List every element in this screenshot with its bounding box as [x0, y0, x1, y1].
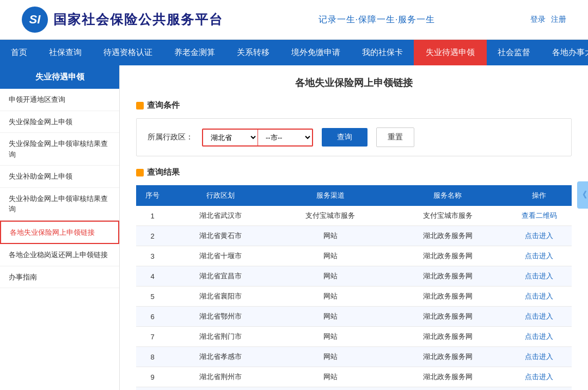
- cell-name: 湖北政务服务网: [389, 347, 506, 367]
- province-select[interactable]: 湖北省: [203, 130, 258, 145]
- sidebar-item-0[interactable]: 申领开通地区查询: [0, 89, 119, 111]
- login-link[interactable]: 登录: [530, 15, 546, 25]
- cell-channel: 网站: [272, 327, 389, 347]
- cell-action[interactable]: 点击进入: [506, 347, 572, 367]
- sidebar-title: 失业待遇申领: [0, 65, 119, 89]
- cell-region: 湖北省十堰市: [169, 246, 272, 266]
- nav-my-card[interactable]: 我的社保卡: [351, 41, 414, 64]
- nav-qualification[interactable]: 待遇资格认证: [93, 41, 163, 64]
- cell-region: 湖北省宜昌市: [169, 266, 272, 287]
- sidebar-item-5[interactable]: 各地失业保险网上申领链接: [0, 221, 119, 245]
- results-table: 序号 行政区划 服务渠道 服务名称 操作 1 湖北省武汉市 支付宝城市服务 支付…: [136, 185, 572, 390]
- results-section-header: 查询结果: [136, 167, 572, 178]
- action-link[interactable]: 点击进入: [525, 292, 553, 300]
- action-link[interactable]: 点击进入: [525, 352, 553, 361]
- nav-overseas[interactable]: 境外免缴申请: [280, 41, 351, 64]
- nav-home[interactable]: 首页: [0, 41, 38, 64]
- cell-id: 6: [136, 307, 169, 327]
- slogan: 记录一生·保障一生·服务一生: [318, 14, 436, 26]
- action-link[interactable]: 点击进入: [525, 231, 553, 240]
- cell-channel: 网站: [272, 246, 389, 266]
- query-dot: [136, 102, 144, 109]
- cell-region: 湖北省黄石市: [169, 226, 272, 246]
- cell-name: 湖北政务服务网: [389, 387, 506, 391]
- cell-channel: 网站: [272, 287, 389, 307]
- cell-id: 3: [136, 246, 169, 266]
- cell-action[interactable]: 点击进入: [506, 307, 572, 327]
- cell-region: 湖北省孝感市: [169, 347, 272, 367]
- cell-action[interactable]: 点击进入: [506, 367, 572, 387]
- cell-id: 9: [136, 367, 169, 387]
- col-channel: 服务渠道: [272, 185, 389, 206]
- action-link[interactable]: 点击进入: [525, 252, 553, 260]
- main-content: 各地失业保险网上申领链接 查询条件 所属行政区： 湖北省 --市-- 查询 重置: [120, 65, 588, 390]
- reset-button[interactable]: 重置: [376, 127, 414, 147]
- cell-id: 5: [136, 287, 169, 307]
- cell-name: 湖北政务服务网: [389, 226, 506, 246]
- header: SI 国家社会保险公共服务平台 记录一生·保障一生·服务一生 登录 注册: [0, 0, 588, 40]
- table-row: 7 湖北省荆门市 网站 湖北政务服务网 点击进入: [136, 327, 572, 347]
- nav-local-hall[interactable]: 各地办事大厅: [541, 41, 588, 64]
- cell-name: 湖北政务服务网: [389, 327, 506, 347]
- nav-supervision[interactable]: 社会监督: [487, 41, 541, 64]
- sidebar: 失业待遇申领 申领开通地区查询 失业保险金网上申领 失业保险金网上申领审核结果查…: [0, 65, 120, 390]
- cell-id: 10: [136, 387, 169, 391]
- cell-region: 湖北省黄冈市: [169, 387, 272, 391]
- cell-action[interactable]: 点击进入: [506, 226, 572, 246]
- nav-transfer[interactable]: 关系转移: [226, 41, 280, 64]
- action-link[interactable]: 点击进入: [525, 312, 553, 320]
- register-link[interactable]: 注册: [551, 15, 566, 25]
- query-row: 所属行政区： 湖北省 --市-- 查询 重置: [148, 127, 560, 147]
- nav-pension[interactable]: 养老金测算: [163, 41, 226, 64]
- cell-name: 湖北政务服务网: [389, 287, 506, 307]
- city-select[interactable]: --市--: [258, 130, 312, 145]
- cell-id: 2: [136, 226, 169, 246]
- collapse-btn[interactable]: 《: [577, 181, 588, 209]
- sidebar-item-4[interactable]: 失业补助金网上申领审核结果查询: [0, 188, 119, 221]
- cell-channel: 网站: [272, 266, 389, 287]
- col-id: 序号: [136, 185, 169, 206]
- region-select-group: 湖北省 --市--: [202, 129, 313, 147]
- sidebar-item-7[interactable]: 办事指南: [0, 266, 119, 289]
- table-row: 9 湖北省荆州市 网站 湖北政务服务网 点击进入: [136, 367, 572, 387]
- results-section: 查询结果 序号 行政区划 服务渠道 服务名称 操作 1 湖北省武汉市 支付宝城市…: [136, 167, 572, 390]
- sidebar-item-6[interactable]: 各地企业稳岗返还网上申领链接: [0, 244, 119, 266]
- cell-action[interactable]: 点击进入: [506, 327, 572, 347]
- table-row: 1 湖北省武汉市 支付宝城市服务 支付宝城市服务 查看二维码: [136, 206, 572, 226]
- sidebar-item-2[interactable]: 失业保险金网上申领审核结果查询: [0, 133, 119, 166]
- table-row: 2 湖北省黄石市 网站 湖北政务服务网 点击进入: [136, 226, 572, 246]
- main-layout: 失业待遇申领 申领开通地区查询 失业保险金网上申领 失业保险金网上申领审核结果查…: [0, 65, 588, 390]
- cell-channel: 网站: [272, 307, 389, 327]
- cell-region: 湖北省鄂州市: [169, 307, 272, 327]
- cell-action[interactable]: 查看二维码: [506, 206, 572, 226]
- results-dot: [136, 169, 144, 176]
- cell-action[interactable]: 点击进入: [506, 246, 572, 266]
- sidebar-item-3[interactable]: 失业补助金网上申领: [0, 166, 119, 188]
- nav-unemployment[interactable]: 失业待遇申领: [414, 40, 487, 65]
- cell-id: 7: [136, 327, 169, 347]
- table-row: 6 湖北省鄂州市 网站 湖北政务服务网 点击进入: [136, 307, 572, 327]
- action-link[interactable]: 查看二维码: [522, 211, 557, 220]
- action-link[interactable]: 点击进入: [525, 373, 553, 381]
- cell-name: 湖北政务服务网: [389, 307, 506, 327]
- nav-social-insurance[interactable]: 社保查询: [38, 41, 93, 64]
- logo-icon: SI: [22, 7, 48, 33]
- cell-action[interactable]: 点击进入: [506, 266, 572, 287]
- cell-action[interactable]: 点击进入: [506, 387, 572, 391]
- col-name: 服务名称: [389, 185, 506, 206]
- cell-action[interactable]: 点击进入: [506, 287, 572, 307]
- cell-channel: 网站: [272, 226, 389, 246]
- region-label: 所属行政区：: [148, 132, 193, 142]
- cell-name: 支付宝城市服务: [389, 206, 506, 226]
- table-row: 5 湖北省襄阳市 网站 湖北政务服务网 点击进入: [136, 287, 572, 307]
- col-region: 行政区划: [169, 185, 272, 206]
- table-row: 10 湖北省黄冈市 网站 湖北政务服务网 点击进入: [136, 387, 572, 391]
- query-box: 所属行政区： 湖北省 --市-- 查询 重置: [136, 118, 572, 156]
- cell-region: 湖北省荆门市: [169, 327, 272, 347]
- query-section-label: 查询条件: [147, 100, 180, 111]
- query-button[interactable]: 查询: [322, 128, 367, 147]
- action-link[interactable]: 点击进入: [525, 332, 553, 340]
- sidebar-item-1[interactable]: 失业保险金网上申领: [0, 111, 119, 133]
- cell-region: 湖北省荆州市: [169, 367, 272, 387]
- action-link[interactable]: 点击进入: [525, 272, 553, 280]
